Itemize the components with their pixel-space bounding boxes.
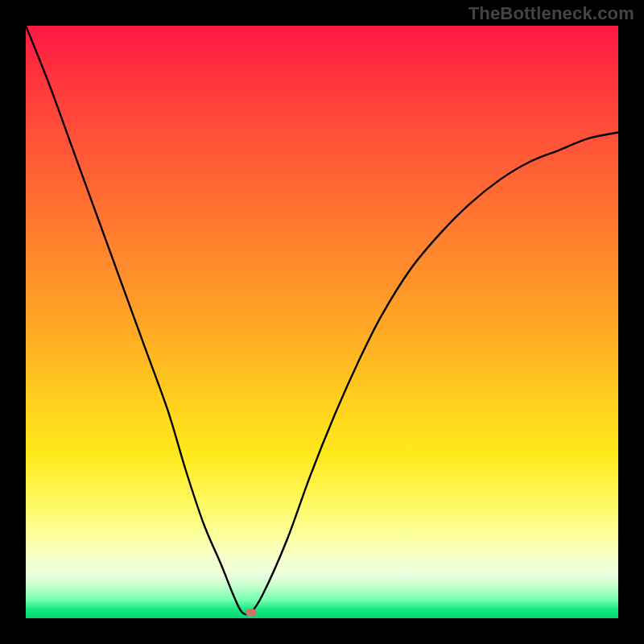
curve-svg (26, 26, 618, 618)
bottleneck-curve (26, 26, 618, 614)
plot-area (26, 26, 618, 618)
optimal-point-marker (246, 609, 257, 617)
watermark-label: TheBottleneck.com (469, 3, 634, 24)
chart-frame: TheBottleneck.com (0, 0, 644, 644)
